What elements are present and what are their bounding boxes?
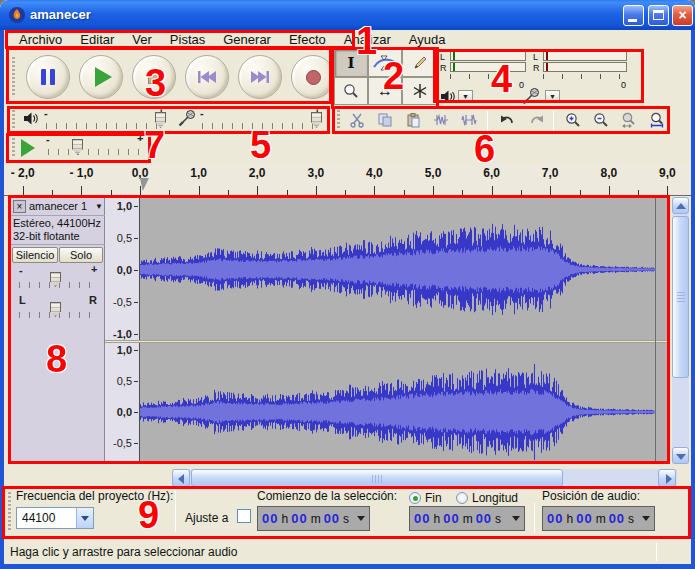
combo-dropdown-button[interactable] xyxy=(76,508,93,528)
vertical-ruler-channel-1[interactable]: 1,00,50,0-0,5-1,0 xyxy=(105,197,140,340)
output-volume-slider[interactable] xyxy=(46,123,164,129)
timeline-major-tick xyxy=(492,186,493,195)
time-shift-tool-button[interactable]: ↔ xyxy=(368,77,402,105)
pause-button[interactable] xyxy=(26,55,70,99)
chevron-down-icon[interactable] xyxy=(512,516,520,521)
pan-right-label: R xyxy=(89,294,97,306)
toolbar-grip[interactable] xyxy=(12,57,15,97)
arrow-right-icon xyxy=(666,474,672,484)
paste-button[interactable] xyxy=(399,109,426,131)
track-close-button[interactable]: × xyxy=(13,200,26,213)
cut-button[interactable] xyxy=(343,109,370,131)
timeline-ruler[interactable]: - 2,0- 1,00,01,02,03,04,05,06,07,08,09,0 xyxy=(4,163,691,196)
double-arrow-icon: ↔ xyxy=(377,82,393,100)
playback-speed-slider[interactable] xyxy=(48,149,144,155)
solo-button[interactable]: Solo xyxy=(59,247,103,263)
selection-tool-button[interactable]: I xyxy=(334,49,368,77)
menu-analizar[interactable]: Analizar xyxy=(335,32,400,47)
end-radio-button[interactable] xyxy=(409,492,421,504)
length-radio-label: Longitud xyxy=(472,491,518,505)
title-bar[interactable]: amanecer × xyxy=(0,0,695,30)
time-seconds[interactable]: 00 xyxy=(609,511,625,526)
snap-to-checkbox[interactable] xyxy=(237,509,251,523)
scroll-up-button[interactable] xyxy=(672,197,689,214)
undo-button[interactable] xyxy=(493,109,520,131)
skip-to-end-button[interactable] xyxy=(238,55,282,99)
chevron-down-icon[interactable] xyxy=(357,516,365,521)
scroll-right-button[interactable] xyxy=(658,469,676,487)
project-rate-combo[interactable]: 44100 xyxy=(16,507,94,529)
maximize-button[interactable] xyxy=(648,5,669,26)
input-meter-left-label: L xyxy=(533,52,538,62)
time-seconds[interactable]: 00 xyxy=(476,511,492,526)
scroll-left-button[interactable] xyxy=(172,469,190,487)
play-at-speed-button[interactable] xyxy=(16,137,40,159)
timeline-minor-tick xyxy=(111,190,112,195)
toolbar-grip[interactable] xyxy=(8,492,11,532)
time-minutes[interactable]: 00 xyxy=(576,511,592,526)
zoom-out-button[interactable] xyxy=(587,109,614,131)
amplitude-tick xyxy=(134,302,138,303)
timeline-major-tick xyxy=(23,186,24,195)
record-button[interactable] xyxy=(291,55,335,99)
time-hours[interactable]: 00 xyxy=(262,511,278,526)
menu-pistas[interactable]: Pistas xyxy=(161,32,214,47)
selection-end-time-field[interactable]: 00 h 00 m 00 s xyxy=(409,506,525,531)
fit-selection-icon xyxy=(621,112,637,128)
redo-button[interactable] xyxy=(523,109,550,131)
vertical-scrollbar-thumb[interactable] xyxy=(672,216,689,378)
toolbar-grip[interactable] xyxy=(12,138,15,158)
vertical-ruler-channel-2[interactable]: 1,00,50,0-0,5 xyxy=(105,343,140,461)
timeline-label: 3,0 xyxy=(296,166,336,180)
toolbar-grip[interactable] xyxy=(12,110,15,130)
chevron-down-icon[interactable] xyxy=(642,516,650,521)
fit-project-button[interactable] xyxy=(643,109,670,131)
menu-archivo[interactable]: Archivo xyxy=(10,32,71,47)
menu-generar[interactable]: Generar xyxy=(214,32,280,47)
menu-efecto[interactable]: Efecto xyxy=(280,32,335,47)
menu-ver[interactable]: Ver xyxy=(123,32,161,47)
waveform-channel-1[interactable] xyxy=(140,197,667,340)
multi-tool-button[interactable] xyxy=(402,77,437,105)
time-hours[interactable]: 00 xyxy=(547,511,563,526)
length-radio-button[interactable] xyxy=(456,492,468,504)
waveform-channel-2[interactable] xyxy=(140,343,667,461)
zoom-tool-button[interactable] xyxy=(334,77,368,105)
stop-button[interactable] xyxy=(132,55,176,99)
time-hours-unit: h xyxy=(281,512,288,526)
scroll-down-button[interactable] xyxy=(672,447,689,464)
clip-end-boundary xyxy=(655,197,656,461)
time-hours[interactable]: 00 xyxy=(414,511,430,526)
track-title-menu[interactable]: amanecer 1 ▼ xyxy=(29,200,103,213)
channel-separator xyxy=(105,340,667,343)
draw-tool-button[interactable] xyxy=(402,49,437,77)
time-minutes[interactable]: 00 xyxy=(443,511,459,526)
play-button[interactable] xyxy=(79,55,123,99)
mute-button[interactable]: Silencio xyxy=(12,247,58,263)
zoom-in-button[interactable] xyxy=(559,109,586,131)
audio-position-time-field[interactable]: 00 h 00 m 00 s xyxy=(542,506,655,531)
skip-to-start-button[interactable] xyxy=(185,55,229,99)
output-device-dropdown[interactable]: ▼ xyxy=(458,90,473,103)
silence-selection-button[interactable] xyxy=(455,109,482,131)
menu-editar[interactable]: Editar xyxy=(71,32,123,47)
envelope-tool-button[interactable] xyxy=(368,49,402,77)
menu-ayuda[interactable]: Ayuda xyxy=(400,32,455,47)
close-button[interactable]: × xyxy=(672,5,693,26)
minimize-button[interactable] xyxy=(623,5,644,26)
horizontal-scrollbar-thumb[interactable] xyxy=(191,469,563,487)
fit-selection-button[interactable] xyxy=(615,109,642,131)
selection-start-time-field[interactable]: 00 h 00 m 00 s xyxy=(257,506,370,531)
trim-outside-selection-button[interactable] xyxy=(427,109,454,131)
timeline-major-tick xyxy=(374,186,375,195)
toolbar-separator xyxy=(534,503,535,533)
time-seconds[interactable]: 00 xyxy=(324,511,340,526)
time-minutes[interactable]: 00 xyxy=(291,511,307,526)
input-volume-slider[interactable] xyxy=(202,123,320,129)
copy-button[interactable] xyxy=(371,109,398,131)
zoom-out-icon xyxy=(593,112,609,128)
input-device-dropdown[interactable]: ▼ xyxy=(545,90,560,103)
timeline-label: 2,0 xyxy=(237,166,277,180)
timeline-major-tick xyxy=(140,186,141,195)
toolbar-grip[interactable] xyxy=(337,110,340,130)
